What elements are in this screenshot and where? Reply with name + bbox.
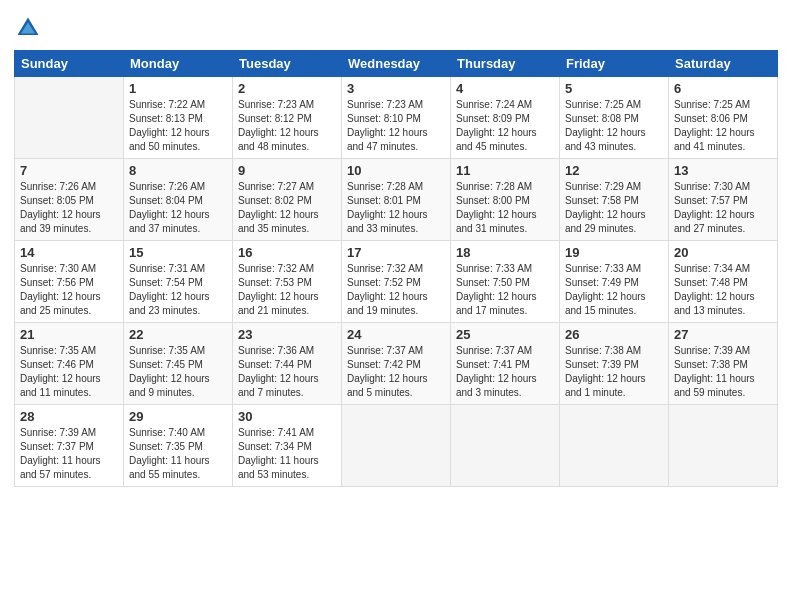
day-info: Sunrise: 7:25 AM Sunset: 8:06 PM Dayligh… <box>674 98 772 154</box>
day-number: 28 <box>20 409 118 424</box>
week-row-4: 21Sunrise: 7:35 AM Sunset: 7:46 PM Dayli… <box>15 323 778 405</box>
day-cell: 3Sunrise: 7:23 AM Sunset: 8:10 PM Daylig… <box>342 77 451 159</box>
day-number: 19 <box>565 245 663 260</box>
day-cell: 16Sunrise: 7:32 AM Sunset: 7:53 PM Dayli… <box>233 241 342 323</box>
logo-icon <box>14 14 42 42</box>
header-cell-tuesday: Tuesday <box>233 51 342 77</box>
day-cell: 20Sunrise: 7:34 AM Sunset: 7:48 PM Dayli… <box>669 241 778 323</box>
day-info: Sunrise: 7:33 AM Sunset: 7:49 PM Dayligh… <box>565 262 663 318</box>
day-info: Sunrise: 7:37 AM Sunset: 7:42 PM Dayligh… <box>347 344 445 400</box>
header-cell-monday: Monday <box>124 51 233 77</box>
day-number: 9 <box>238 163 336 178</box>
day-cell: 24Sunrise: 7:37 AM Sunset: 7:42 PM Dayli… <box>342 323 451 405</box>
day-cell: 12Sunrise: 7:29 AM Sunset: 7:58 PM Dayli… <box>560 159 669 241</box>
day-info: Sunrise: 7:35 AM Sunset: 7:45 PM Dayligh… <box>129 344 227 400</box>
day-number: 3 <box>347 81 445 96</box>
day-cell: 10Sunrise: 7:28 AM Sunset: 8:01 PM Dayli… <box>342 159 451 241</box>
week-row-3: 14Sunrise: 7:30 AM Sunset: 7:56 PM Dayli… <box>15 241 778 323</box>
header-cell-friday: Friday <box>560 51 669 77</box>
day-cell <box>451 405 560 487</box>
week-row-1: 1Sunrise: 7:22 AM Sunset: 8:13 PM Daylig… <box>15 77 778 159</box>
day-cell: 14Sunrise: 7:30 AM Sunset: 7:56 PM Dayli… <box>15 241 124 323</box>
day-cell: 19Sunrise: 7:33 AM Sunset: 7:49 PM Dayli… <box>560 241 669 323</box>
day-number: 10 <box>347 163 445 178</box>
day-cell: 9Sunrise: 7:27 AM Sunset: 8:02 PM Daylig… <box>233 159 342 241</box>
day-number: 22 <box>129 327 227 342</box>
day-number: 24 <box>347 327 445 342</box>
header-cell-thursday: Thursday <box>451 51 560 77</box>
day-info: Sunrise: 7:31 AM Sunset: 7:54 PM Dayligh… <box>129 262 227 318</box>
header-cell-saturday: Saturday <box>669 51 778 77</box>
day-cell: 5Sunrise: 7:25 AM Sunset: 8:08 PM Daylig… <box>560 77 669 159</box>
day-number: 15 <box>129 245 227 260</box>
day-info: Sunrise: 7:41 AM Sunset: 7:34 PM Dayligh… <box>238 426 336 482</box>
day-info: Sunrise: 7:33 AM Sunset: 7:50 PM Dayligh… <box>456 262 554 318</box>
day-info: Sunrise: 7:39 AM Sunset: 7:37 PM Dayligh… <box>20 426 118 482</box>
day-cell <box>342 405 451 487</box>
day-number: 8 <box>129 163 227 178</box>
day-info: Sunrise: 7:23 AM Sunset: 8:12 PM Dayligh… <box>238 98 336 154</box>
day-cell: 8Sunrise: 7:26 AM Sunset: 8:04 PM Daylig… <box>124 159 233 241</box>
day-number: 7 <box>20 163 118 178</box>
day-cell: 1Sunrise: 7:22 AM Sunset: 8:13 PM Daylig… <box>124 77 233 159</box>
day-info: Sunrise: 7:28 AM Sunset: 8:00 PM Dayligh… <box>456 180 554 236</box>
header-cell-wednesday: Wednesday <box>342 51 451 77</box>
day-cell: 23Sunrise: 7:36 AM Sunset: 7:44 PM Dayli… <box>233 323 342 405</box>
day-info: Sunrise: 7:35 AM Sunset: 7:46 PM Dayligh… <box>20 344 118 400</box>
day-number: 4 <box>456 81 554 96</box>
main-container: SundayMondayTuesdayWednesdayThursdayFrid… <box>0 0 792 497</box>
day-info: Sunrise: 7:30 AM Sunset: 7:57 PM Dayligh… <box>674 180 772 236</box>
day-info: Sunrise: 7:27 AM Sunset: 8:02 PM Dayligh… <box>238 180 336 236</box>
day-cell: 11Sunrise: 7:28 AM Sunset: 8:00 PM Dayli… <box>451 159 560 241</box>
day-info: Sunrise: 7:25 AM Sunset: 8:08 PM Dayligh… <box>565 98 663 154</box>
week-row-2: 7Sunrise: 7:26 AM Sunset: 8:05 PM Daylig… <box>15 159 778 241</box>
day-info: Sunrise: 7:38 AM Sunset: 7:39 PM Dayligh… <box>565 344 663 400</box>
day-info: Sunrise: 7:30 AM Sunset: 7:56 PM Dayligh… <box>20 262 118 318</box>
day-number: 18 <box>456 245 554 260</box>
day-info: Sunrise: 7:29 AM Sunset: 7:58 PM Dayligh… <box>565 180 663 236</box>
week-row-5: 28Sunrise: 7:39 AM Sunset: 7:37 PM Dayli… <box>15 405 778 487</box>
header-row: SundayMondayTuesdayWednesdayThursdayFrid… <box>15 51 778 77</box>
day-info: Sunrise: 7:26 AM Sunset: 8:04 PM Dayligh… <box>129 180 227 236</box>
day-cell <box>15 77 124 159</box>
day-cell: 15Sunrise: 7:31 AM Sunset: 7:54 PM Dayli… <box>124 241 233 323</box>
day-cell: 28Sunrise: 7:39 AM Sunset: 7:37 PM Dayli… <box>15 405 124 487</box>
day-cell: 2Sunrise: 7:23 AM Sunset: 8:12 PM Daylig… <box>233 77 342 159</box>
day-number: 29 <box>129 409 227 424</box>
logo <box>14 14 46 42</box>
calendar-table: SundayMondayTuesdayWednesdayThursdayFrid… <box>14 50 778 487</box>
day-number: 5 <box>565 81 663 96</box>
header-cell-sunday: Sunday <box>15 51 124 77</box>
day-cell: 22Sunrise: 7:35 AM Sunset: 7:45 PM Dayli… <box>124 323 233 405</box>
day-info: Sunrise: 7:37 AM Sunset: 7:41 PM Dayligh… <box>456 344 554 400</box>
day-cell: 21Sunrise: 7:35 AM Sunset: 7:46 PM Dayli… <box>15 323 124 405</box>
day-cell: 13Sunrise: 7:30 AM Sunset: 7:57 PM Dayli… <box>669 159 778 241</box>
day-cell: 18Sunrise: 7:33 AM Sunset: 7:50 PM Dayli… <box>451 241 560 323</box>
day-number: 11 <box>456 163 554 178</box>
day-cell: 27Sunrise: 7:39 AM Sunset: 7:38 PM Dayli… <box>669 323 778 405</box>
day-cell: 7Sunrise: 7:26 AM Sunset: 8:05 PM Daylig… <box>15 159 124 241</box>
day-cell: 6Sunrise: 7:25 AM Sunset: 8:06 PM Daylig… <box>669 77 778 159</box>
day-cell: 17Sunrise: 7:32 AM Sunset: 7:52 PM Dayli… <box>342 241 451 323</box>
day-number: 20 <box>674 245 772 260</box>
day-number: 2 <box>238 81 336 96</box>
day-cell: 26Sunrise: 7:38 AM Sunset: 7:39 PM Dayli… <box>560 323 669 405</box>
day-number: 6 <box>674 81 772 96</box>
day-number: 1 <box>129 81 227 96</box>
day-number: 25 <box>456 327 554 342</box>
day-number: 17 <box>347 245 445 260</box>
day-cell <box>669 405 778 487</box>
day-number: 14 <box>20 245 118 260</box>
day-info: Sunrise: 7:28 AM Sunset: 8:01 PM Dayligh… <box>347 180 445 236</box>
day-info: Sunrise: 7:23 AM Sunset: 8:10 PM Dayligh… <box>347 98 445 154</box>
day-number: 13 <box>674 163 772 178</box>
day-cell <box>560 405 669 487</box>
day-cell: 25Sunrise: 7:37 AM Sunset: 7:41 PM Dayli… <box>451 323 560 405</box>
day-number: 23 <box>238 327 336 342</box>
day-info: Sunrise: 7:39 AM Sunset: 7:38 PM Dayligh… <box>674 344 772 400</box>
day-number: 26 <box>565 327 663 342</box>
day-number: 16 <box>238 245 336 260</box>
day-info: Sunrise: 7:34 AM Sunset: 7:48 PM Dayligh… <box>674 262 772 318</box>
day-cell: 29Sunrise: 7:40 AM Sunset: 7:35 PM Dayli… <box>124 405 233 487</box>
day-info: Sunrise: 7:24 AM Sunset: 8:09 PM Dayligh… <box>456 98 554 154</box>
